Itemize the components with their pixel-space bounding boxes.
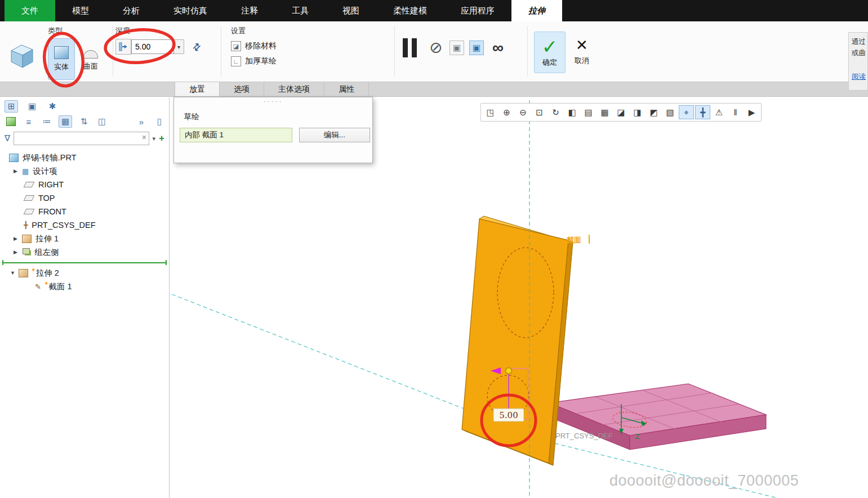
depth-dimension[interactable]: 5.00 — [491, 367, 528, 421]
thicken-sketch-toggle[interactable]: ∟ 加厚草绘 — [231, 56, 277, 66]
tab-properties[interactable]: 属性 — [324, 82, 369, 96]
insertion-locator[interactable] — [0, 259, 169, 266]
dashboard-tabstrip: 放置 选项 主体选项 属性 — [0, 82, 868, 97]
cancel-button[interactable]: ✕ 取消 — [568, 32, 596, 72]
depth-drag-handle[interactable] — [506, 368, 512, 374]
menu-flex-modeling[interactable]: 柔性建模 — [376, 0, 444, 21]
perspective-icon[interactable]: ◨ — [630, 105, 645, 119]
remove-material-toggle[interactable]: ◪ 移除材料 — [231, 41, 277, 51]
panel-drag-handle[interactable]: ····· — [174, 98, 372, 104]
tree-item-label: TOP — [38, 194, 55, 203]
pink-base-plate[interactable] — [549, 384, 766, 450]
columns-view-icon[interactable]: ▦ — [59, 115, 72, 128]
depth-group: 深度 ▾ ⇄ — [115, 26, 206, 55]
menu-annotate[interactable]: 注释 — [224, 0, 275, 21]
tree-search-input[interactable] — [14, 132, 149, 145]
sort-icon[interactable]: ⇅ — [78, 116, 90, 127]
tab-extrude-active[interactable]: 拉伸 — [511, 0, 562, 21]
section-tag-label[interactable]: 截面 — [566, 236, 581, 244]
menu-analysis[interactable]: 分析 — [106, 0, 157, 21]
tree-item-section1[interactable]: ✎ * 截面 1 — [0, 280, 169, 293]
detail-view-icon[interactable]: ≔ — [41, 116, 53, 127]
annotation-display-icon[interactable]: ▧ — [662, 105, 678, 119]
tree-item-top-plane[interactable]: TOP — [0, 191, 169, 205]
depth-type-button[interactable] — [115, 39, 131, 55]
search-dropdown-icon[interactable]: ▾ — [153, 135, 156, 142]
warnings-icon[interactable]: ⚠ — [711, 105, 727, 119]
tree-item-extrude2[interactable]: ▼ * 拉伸 2 — [0, 266, 169, 280]
verify-glasses-icon[interactable]: ∞ — [492, 38, 504, 57]
model-tree-toggle-icon[interactable]: ⊞ — [5, 100, 18, 113]
menu-tools[interactable]: 工具 — [275, 0, 326, 21]
tree-settings-icon[interactable]: ✱ — [46, 101, 59, 112]
tree-item-csys[interactable]: ╋ PRT_CSYS_DEF — [0, 218, 169, 232]
zoom-in-icon[interactable]: ⊕ — [499, 105, 514, 119]
pause-feature-button[interactable] — [403, 38, 417, 57]
datum-axis-line — [555, 443, 777, 498]
blind-depth-icon — [118, 42, 128, 52]
attached-preview-icon[interactable]: ▣ — [449, 41, 464, 55]
shade-icon[interactable]: ◧ — [564, 105, 580, 119]
tree-item-extrude1[interactable]: ▶ 拉伸 1 — [0, 232, 169, 245]
display-style-icon[interactable]: ◪ — [613, 105, 629, 119]
pause-display-icon[interactable]: ‖ — [728, 105, 743, 119]
tree-item-design-items[interactable]: ▶ ▦ 设计项 — [0, 164, 169, 178]
menu-live-sim[interactable]: 实时仿真 — [157, 0, 224, 21]
section-view-icon[interactable]: ◩ — [646, 105, 661, 119]
collapse-arrow-icon[interactable]: ▼ — [10, 270, 19, 276]
spin-center-icon[interactable]: ╋ — [695, 105, 710, 119]
help-flyout: 通过 或曲 阅读 — [848, 32, 868, 91]
detached-preview-icon[interactable]: ▣ — [469, 41, 484, 55]
datum-display-filter-icon[interactable]: ⌖ — [679, 105, 694, 119]
repaint-icon[interactable]: ↻ — [548, 105, 563, 119]
expand-arrow-icon[interactable]: ▶ — [14, 236, 22, 241]
tree-item-label: 拉伸 2 — [36, 268, 59, 279]
tab-options[interactable]: 选项 — [220, 82, 264, 96]
refit-icon[interactable]: ⊡ — [532, 105, 547, 119]
part-icon — [9, 154, 19, 162]
tree-item-front-plane[interactable]: FRONT — [0, 205, 169, 218]
zoom-region-icon[interactable]: ◳ — [483, 105, 498, 119]
menu-file[interactable]: 文件 — [5, 0, 55, 21]
solid-button[interactable]: 实体 — [48, 38, 75, 80]
no-preview-icon[interactable]: ⊘ — [429, 38, 442, 57]
read-link[interactable]: 阅读 — [852, 72, 867, 82]
expand-arrow-icon[interactable]: ▶ — [14, 168, 22, 174]
settings-group-title: 设置 — [231, 26, 277, 36]
expand-arrow-icon[interactable]: ▶ — [14, 249, 22, 255]
menu-applications[interactable]: 应用程序 — [444, 0, 511, 21]
flip-arrow-handle[interactable] — [491, 367, 501, 374]
clear-search-icon[interactable]: ✕ — [141, 134, 146, 141]
tree-item-right-plane[interactable]: RIGHT — [0, 178, 169, 191]
document-icon[interactable]: ▯ — [153, 116, 166, 127]
collapse-toolbar-icon[interactable]: ▶ — [744, 105, 759, 119]
tab-placement[interactable]: 放置 — [175, 82, 220, 96]
tree-filter-icon[interactable]: ◫ — [96, 116, 108, 127]
watermark-text: dooooit@dooooit_7000005 — [609, 472, 799, 489]
ok-button[interactable]: ✓ 确定 — [534, 32, 566, 73]
tab-body-options[interactable]: 主体选项 — [264, 82, 324, 96]
depth-value-input[interactable] — [131, 39, 174, 54]
flip-direction-button[interactable]: ⇄ — [188, 38, 206, 55]
datum-axis-line — [172, 294, 464, 409]
menu-view[interactable]: 视图 — [326, 0, 376, 21]
layer-tree-icon[interactable]: ▣ — [26, 101, 38, 112]
depth-dropdown-button[interactable]: ▾ — [174, 39, 184, 54]
list-view-icon[interactable]: ≡ — [23, 116, 35, 127]
menu-model[interactable]: 模型 — [55, 0, 106, 21]
orange-extrude-solid[interactable] — [462, 216, 573, 465]
surface-button[interactable]: 曲面 — [77, 38, 104, 80]
csys-triad[interactable]: Z — [612, 404, 647, 441]
funnel-filter-icon[interactable]: ∇ — [5, 133, 10, 143]
sketch-collector-field[interactable]: 内部 截面 1 — [180, 128, 292, 142]
tree-item-group-left[interactable]: ▶ 组左侧 — [0, 245, 169, 259]
tree-item-part[interactable]: 焊锡-转轴.PRT — [0, 151, 169, 164]
dimension-value[interactable]: 5.00 — [499, 410, 518, 420]
edit-sketch-button[interactable]: 编辑... — [299, 128, 370, 142]
zoom-out-icon[interactable]: ⊖ — [515, 105, 531, 119]
view-manager-icon[interactable]: ▦ — [597, 105, 612, 119]
csys-name-label[interactable]: PRT_CSYS_DEF — [555, 432, 613, 440]
saved-views-icon[interactable]: ▤ — [581, 105, 596, 119]
add-filter-icon[interactable]: + — [159, 133, 164, 144]
more-chevrons-icon[interactable]: » — [135, 116, 148, 127]
